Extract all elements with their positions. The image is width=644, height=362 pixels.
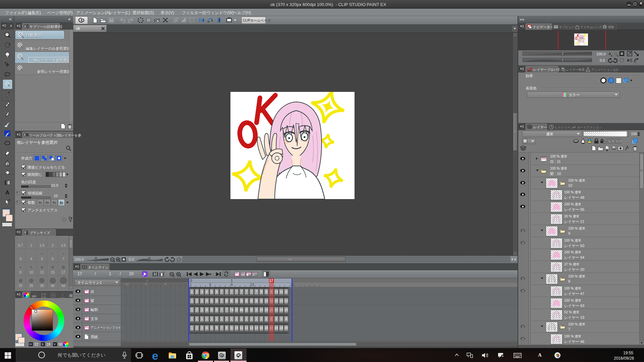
svg-text:A: A — [5, 189, 9, 196]
